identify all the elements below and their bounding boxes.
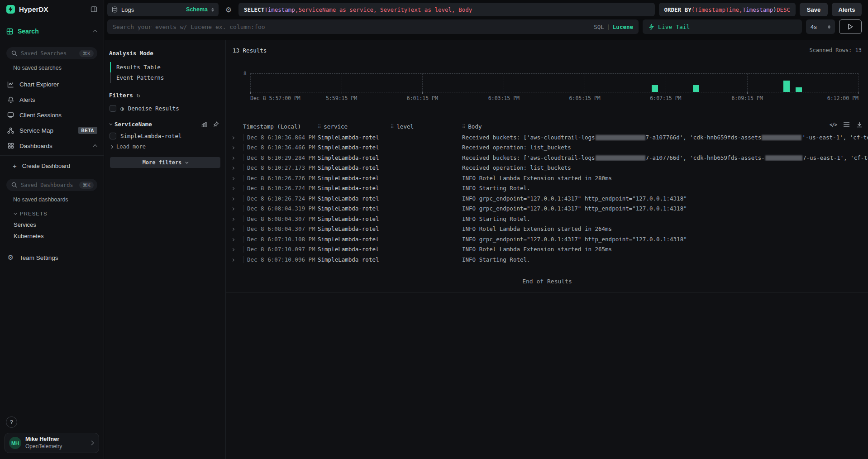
- facet-servicename[interactable]: ServiceName: [109, 121, 221, 128]
- expand-row-icon[interactable]: [231, 135, 243, 140]
- col-timestamp[interactable]: Timestamp (Local): [243, 123, 318, 130]
- log-row[interactable]: Dec 8 6:08:04.319 PMSimpleLambda-rotelIN…: [226, 204, 868, 214]
- sidebar-item-alerts[interactable]: Alerts: [0, 92, 104, 107]
- expand-row-icon[interactable]: [231, 248, 234, 251]
- sql-toggle[interactable]: SQL: [594, 24, 604, 30]
- log-row[interactable]: Dec 8 6:07:10.096 PMSimpleLambda-rotelIN…: [226, 254, 868, 265]
- log-row[interactable]: Dec 8 6:10:36.864 PMSimpleLambda-rotelRe…: [226, 132, 868, 143]
- user-menu[interactable]: MH Mike Heffner OpenTelemetry: [5, 433, 99, 453]
- sidebar-item-search[interactable]: Search: [0, 18, 104, 41]
- expand-row-icon[interactable]: [231, 226, 243, 231]
- log-row[interactable]: Dec 8 6:10:29.284 PMSimpleLambda-rotelRe…: [226, 153, 868, 163]
- log-row[interactable]: Dec 8 6:08:04.307 PMSimpleLambda-rotelIN…: [226, 224, 868, 234]
- histogram-bar[interactable]: [783, 81, 790, 92]
- log-row[interactable]: Dec 8 6:07:10.108 PMSimpleLambda-rotelIN…: [226, 234, 868, 244]
- refresh-icon[interactable]: ↻: [137, 92, 140, 99]
- expand-row-icon[interactable]: [231, 145, 243, 150]
- lucene-toggle[interactable]: Lucene: [613, 24, 633, 30]
- col-service[interactable]: ⠿service: [318, 123, 391, 130]
- log-row[interactable]: Dec 8 6:10:26.726 PMSimpleLambda-rotelIN…: [226, 173, 868, 183]
- expand-row-icon[interactable]: [231, 257, 243, 262]
- log-row[interactable]: Dec 8 6:10:26.724 PMSimpleLambda-rotelIN…: [226, 183, 868, 194]
- log-row[interactable]: Dec 8 6:07:10.097 PMSimpleLambda-rotelIN…: [226, 244, 868, 255]
- save-button[interactable]: Save: [800, 3, 828, 16]
- live-tail-button[interactable]: Live Tail: [643, 19, 802, 34]
- play-button[interactable]: [839, 19, 862, 34]
- expand-row-icon[interactable]: [231, 237, 243, 242]
- col-body[interactable]: ⠿Body: [462, 123, 868, 130]
- expand-row-icon[interactable]: [231, 167, 234, 170]
- sidebar-item-dashboards[interactable]: Dashboards: [0, 138, 104, 153]
- expand-row-icon[interactable]: [231, 207, 234, 210]
- expand-row-icon[interactable]: [231, 238, 234, 241]
- sidebar-collapse-icon[interactable]: [91, 6, 97, 13]
- create-dashboard-button[interactable]: + Create Dashboard: [0, 158, 104, 173]
- expand-row-icon[interactable]: [231, 165, 243, 170]
- more-filters-button[interactable]: More filters: [110, 157, 220, 168]
- histogram-bar[interactable]: [652, 85, 658, 92]
- log-row[interactable]: Dec 8 6:10:36.466 PMSimpleLambda-rotelRe…: [226, 143, 868, 153]
- expand-row-icon[interactable]: [231, 196, 243, 201]
- expand-row-icon[interactable]: [231, 157, 234, 160]
- drag-handle-icon[interactable]: ⠿: [462, 124, 465, 129]
- mode-results-table[interactable]: Results Table: [110, 62, 221, 72]
- log-row[interactable]: Dec 8 6:10:26.724 PMSimpleLambda-rotelIN…: [226, 193, 868, 204]
- event-search-input[interactable]: Search your events w/ Lucene ex. column:…: [107, 19, 639, 34]
- saved-dashboards-input[interactable]: Saved Dashboards ⌘K: [6, 179, 97, 191]
- help-button[interactable]: ?: [6, 416, 17, 428]
- expand-row-icon[interactable]: [231, 177, 234, 180]
- select-query-input[interactable]: SELECT Timestamp, ServiceName as service…: [238, 3, 655, 16]
- sidebar-item-team-settings[interactable]: ⚙ Team Settings: [0, 250, 104, 265]
- expand-row-icon[interactable]: [231, 218, 234, 221]
- download-icon[interactable]: [856, 121, 863, 128]
- log-row[interactable]: Dec 8 6:08:04.307 PMSimpleLambda-rotelIN…: [226, 214, 868, 224]
- sidebar-item-kubernetes[interactable]: Kubernetes: [0, 230, 104, 242]
- row-body: INFO Starting Rotel.: [462, 256, 868, 263]
- sidebar-item-chart-explorer[interactable]: Chart Explorer: [0, 76, 104, 92]
- source-select[interactable]: Logs Schema: [107, 3, 219, 16]
- expand-row-icon[interactable]: [231, 136, 234, 139]
- expand-row-icon[interactable]: [231, 197, 234, 201]
- pin-icon[interactable]: [213, 121, 219, 127]
- query-settings-gear-icon[interactable]: ⚙: [223, 3, 234, 16]
- facet-value-row[interactable]: SimpleLambda-rotel: [109, 133, 221, 139]
- drag-handle-icon[interactable]: ⠿: [318, 124, 321, 129]
- expand-row-icon[interactable]: [231, 187, 234, 190]
- expand-row-icon[interactable]: [231, 216, 243, 221]
- expand-row-icon[interactable]: [231, 155, 243, 160]
- sidebar-item-services[interactable]: Services: [0, 219, 104, 230]
- row-timestamp: Dec 8 6:10:29.284 PM: [243, 154, 318, 161]
- expand-row-icon[interactable]: [231, 186, 243, 191]
- presets-toggle[interactable]: PRESETS: [0, 205, 104, 219]
- y-axis-max-label: 8: [243, 71, 247, 76]
- alerts-button[interactable]: Alerts: [832, 3, 862, 16]
- sidebar-item-service-map[interactable]: Service Map BETA: [0, 123, 104, 138]
- orderby-query-input[interactable]: ORDER BY (TimestampTime, Timestamp) DESC: [659, 3, 796, 16]
- log-row[interactable]: Dec 8 6:10:27.173 PMSimpleLambda-rotelRe…: [226, 163, 868, 173]
- interval-select[interactable]: 4s: [806, 19, 835, 34]
- expand-row-icon[interactable]: [231, 228, 234, 231]
- histogram-bar[interactable]: [693, 85, 699, 92]
- checkbox[interactable]: [110, 133, 116, 139]
- col-level[interactable]: ⠿level: [391, 123, 462, 130]
- facet-chart-icon[interactable]: [201, 121, 207, 127]
- row-density-icon[interactable]: [843, 122, 850, 128]
- expand-row-icon[interactable]: [231, 176, 243, 181]
- denoise-checkbox-row[interactable]: ◑ Denoise Results: [109, 105, 221, 112]
- drag-handle-icon[interactable]: ⠿: [391, 124, 394, 129]
- interval-value: 4s: [811, 24, 817, 30]
- saved-searches-input[interactable]: Saved Searches ⌘K: [6, 47, 97, 59]
- expand-row-icon[interactable]: [231, 206, 243, 211]
- query-token: (TimestampTime,: [692, 6, 743, 13]
- histogram-chart[interactable]: 8 Dec 8 5:57:00 PM5:59:15 PM6:01:15 PM6:…: [233, 67, 858, 107]
- expand-row-icon[interactable]: [231, 247, 243, 252]
- expand-row-icon[interactable]: [231, 258, 234, 262]
- sidebar-item-client-sessions[interactable]: Client Sessions: [0, 107, 104, 123]
- expand-row-icon[interactable]: [231, 146, 234, 149]
- row-timestamp: Dec 8 6:10:27.173 PM: [243, 164, 318, 171]
- load-more-button[interactable]: Load more: [109, 143, 221, 150]
- checkbox[interactable]: [110, 105, 116, 112]
- histogram-bar[interactable]: [796, 87, 802, 92]
- code-view-icon[interactable]: </>: [830, 122, 837, 127]
- mode-event-patterns[interactable]: Event Patterns: [110, 72, 221, 83]
